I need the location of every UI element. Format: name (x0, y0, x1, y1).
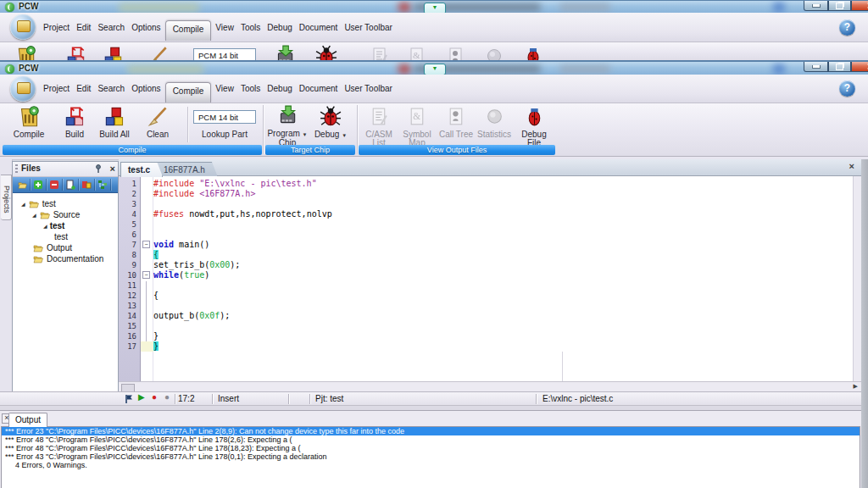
output-list[interactable]: *** Error 23 "C:\Program Files\PICC\devi… (1, 426, 860, 488)
menu-item-user-toolbar[interactable]: User Toolbar (342, 82, 395, 95)
lookup-part-button[interactable]: Lookup Part (190, 130, 259, 139)
code-line-6[interactable] (153, 230, 853, 240)
output-error-line[interactable]: *** Error 23 "C:\Program Files\PICC\devi… (2, 427, 860, 435)
tree-item-label[interactable]: Documentation (47, 254, 103, 263)
build-icon[interactable] (65, 45, 87, 61)
build-all-icon[interactable] (103, 45, 125, 61)
menu-item-tools[interactable]: Tools (238, 21, 263, 34)
code-line-7[interactable]: void main() (153, 240, 853, 250)
menu-item-debug[interactable]: Debug (264, 82, 294, 95)
tree-item-test[interactable]: test (54, 231, 68, 242)
menu-item-view[interactable]: View (213, 21, 236, 34)
tree-item-test[interactable]: ◢test (21, 198, 56, 209)
code-line-16[interactable]: } (153, 331, 853, 341)
menu-item-project[interactable]: Project (41, 21, 72, 34)
tree-item-output[interactable]: Output (32, 242, 72, 253)
code-line-11[interactable] (153, 280, 853, 291)
build-button[interactable]: Build (54, 105, 95, 139)
chip-family-combo[interactable]: PCM 14 bit (193, 48, 256, 61)
app-button[interactable] (10, 76, 36, 102)
clean-icon[interactable] (147, 45, 170, 61)
menu-item-options[interactable]: Options (129, 21, 163, 34)
code-text[interactable]: #include "E:\vxlnc - pic\test.h"#include… (153, 176, 853, 352)
menu-item-options[interactable]: Options (129, 82, 163, 95)
code-line-2[interactable]: #include <16F877A.h> (153, 189, 853, 199)
compile-unit-button[interactable] (79, 179, 95, 191)
notification-dropdown-button[interactable]: ▼ (424, 3, 446, 13)
close-button[interactable] (851, 62, 868, 72)
menu-item-edit[interactable]: Edit (74, 82, 93, 95)
menu-item-tools[interactable]: Tools (238, 82, 263, 95)
tab-output[interactable]: Output (8, 413, 47, 427)
debug-button[interactable]: Debug ▼ (310, 105, 351, 140)
tab-test-c[interactable]: test.c (120, 162, 163, 177)
code-line-4[interactable]: #fuses nowdt,put,hs,noprotect,nolvp (153, 209, 853, 219)
clean-button[interactable]: Clean (137, 105, 178, 139)
menu-item-project[interactable]: Project (41, 82, 72, 95)
tree-item-documentation[interactable]: Documentation (32, 253, 103, 264)
output-error-line[interactable]: *** Error 43 "C:\Program Files\PICC\devi… (2, 452, 860, 461)
new-file-button[interactable] (63, 179, 79, 191)
debug-file-button[interactable]: Debug File (514, 107, 554, 147)
menu-item-search[interactable]: Search (95, 82, 127, 95)
expand-arrow-icon[interactable]: ◢ (32, 212, 36, 218)
files-panel-header[interactable]: Files × (13, 162, 118, 177)
compile-icon[interactable] (15, 45, 37, 61)
remove-file-button[interactable] (47, 179, 63, 191)
record-macro-icon[interactable]: ● (152, 392, 157, 402)
code-line-9[interactable]: set_tris_b(0x00); (153, 260, 853, 270)
menu-item-compile[interactable]: Compile (165, 20, 212, 41)
restore-button[interactable] (828, 1, 851, 11)
tree-item-label[interactable]: test (50, 221, 65, 230)
tree-item-label[interactable]: test (42, 199, 56, 208)
code-line-13[interactable] (153, 301, 853, 311)
debug-icon[interactable] (315, 45, 337, 61)
add-file-button[interactable] (31, 179, 47, 191)
fold-marker-icon[interactable]: − (142, 271, 150, 279)
code-line-15[interactable] (153, 321, 853, 331)
code-line-5[interactable] (153, 219, 853, 230)
restore-button[interactable] (828, 62, 851, 72)
open-project-button[interactable] (14, 179, 31, 191)
pin-icon[interactable] (93, 164, 103, 174)
compile-button[interactable]: Compile (7, 105, 51, 139)
play-macro-icon[interactable]: ▶ (138, 392, 145, 402)
menu-item-user-toolbar[interactable]: User Toolbar (342, 21, 395, 34)
close-button[interactable] (851, 1, 868, 11)
code-line-1[interactable]: #include "E:\vxlnc - pic\test.h" (153, 179, 853, 189)
menu-item-debug[interactable]: Debug (264, 21, 294, 34)
stop-macro-icon[interactable]: ● (164, 392, 170, 402)
tree-view-button[interactable] (95, 179, 111, 191)
tree-item-label[interactable]: test (54, 232, 68, 241)
fold-marker-icon[interactable]: − (142, 241, 150, 248)
code-line-17[interactable]: } (153, 341, 853, 352)
code-line-3[interactable] (153, 199, 853, 209)
output-error-line[interactable]: *** Error 48 "C:\Program Files\PICC\devi… (2, 435, 860, 444)
horizontal-scrollbar[interactable]: ▶ (119, 381, 861, 391)
titlebar[interactable]: PCW ▼ (0, 61, 868, 75)
menu-item-document[interactable]: Document (297, 21, 341, 34)
help-button[interactable]: ? (839, 80, 855, 97)
menu-item-edit[interactable]: Edit (74, 21, 93, 34)
notification-dropdown-button[interactable]: ▼ (424, 64, 446, 75)
program-chip-icon[interactable] (273, 45, 297, 61)
menu-item-search[interactable]: Search (95, 21, 127, 34)
build-all-button[interactable]: Build All (93, 105, 136, 139)
chip-family-combo[interactable]: PCM 14 bit (193, 110, 256, 124)
expand-arrow-icon[interactable]: ◢ (43, 223, 47, 229)
tab-16f877a-h[interactable]: 16F877A.h (156, 162, 218, 177)
tab-projects[interactable]: Projects (1, 175, 12, 220)
menu-item-view[interactable]: View (213, 82, 236, 95)
code-line-14[interactable]: output_b(0x0f); (153, 311, 853, 321)
minimize-button[interactable] (804, 62, 828, 72)
code-line-10[interactable]: while(true) (153, 270, 853, 280)
output-error-line[interactable]: *** Error 48 "C:\Program Files\PICC\devi… (2, 444, 860, 452)
bookmark-flag-icon[interactable] (124, 394, 134, 404)
tree-item-label[interactable]: Output (47, 243, 72, 252)
menu-item-document[interactable]: Document (297, 82, 341, 95)
app-button[interactable] (10, 14, 36, 40)
code-line-12[interactable]: { (153, 291, 853, 301)
output-summary-line[interactable]: 4 Errors, 0 Warnings. (2, 461, 860, 469)
code-line-8[interactable]: { (153, 250, 853, 260)
close-editor-icon[interactable]: × (849, 161, 854, 171)
